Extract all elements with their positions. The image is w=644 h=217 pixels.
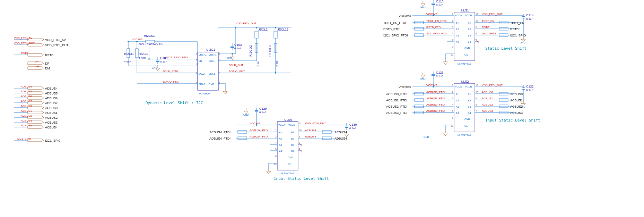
uls1-ref: ULS1 [461, 9, 469, 12]
part: NLSV4T244 [458, 63, 471, 65]
svg-point-25 [256, 27, 257, 28]
pn: 3 [452, 97, 453, 100]
p: VCCA [455, 85, 462, 88]
l: ADBUS4 [45, 87, 58, 90]
svg-point-92 [433, 15, 434, 16]
ri2ci2-ref: RI2CI2 [139, 52, 148, 56]
svg-text:GND: GND [227, 57, 233, 59]
pn: 8 [476, 32, 477, 35]
c129-ref: C129 [259, 107, 267, 110]
n: RSTB_FTDI [426, 26, 442, 29]
svg-rect-27 [255, 31, 258, 38]
n: ACBUS4 [21, 124, 32, 127]
p: VREF1 [209, 53, 217, 56]
pn: 3 [275, 135, 277, 138]
p: VCCB [465, 14, 472, 17]
svg-text:GND: GND [152, 67, 157, 69]
n: VDD_FTDI_DUT [482, 84, 503, 87]
l: ACBUS4_FTDI [209, 131, 230, 134]
svg-text:GND: GND [420, 6, 426, 9]
svg-text:1: 1 [219, 53, 220, 55]
l: ACBUS1 [45, 111, 58, 115]
p: B1 [468, 22, 471, 24]
net-dm: DM [35, 65, 39, 68]
l: TEST_EN [510, 21, 524, 25]
n: ACBUS0_FTDI [426, 91, 445, 94]
n: TEST_EN_FTDI [426, 19, 446, 23]
n: ACBUS0 [482, 91, 493, 94]
p: A1 [456, 22, 459, 24]
l: ACBUS4 [334, 131, 347, 134]
pn: 2 [452, 91, 453, 93]
p: VCCA [278, 124, 285, 126]
svg-rect-28 [274, 31, 277, 38]
svg-rect-36 [136, 49, 138, 58]
pn: 6 [452, 45, 453, 48]
svg-point-26 [275, 27, 276, 28]
n: ACBUS1 [482, 97, 493, 100]
n: ADBUS4_FTDI [250, 135, 268, 138]
p: B4 [468, 41, 471, 43]
net-vdddut: VDD_FTDI_DUT [14, 42, 35, 45]
pn: 5 [275, 148, 277, 150]
p: VCCB [465, 85, 472, 88]
l: ACBUS0 [510, 92, 523, 96]
pn: 3 [452, 26, 453, 28]
pn: 11 [476, 84, 478, 86]
pn: 6 [275, 155, 277, 157]
l: ACBUS0 [45, 106, 58, 110]
n: ACBUS2_FTDI [426, 103, 445, 106]
l: I2C1_SPIO_FTDI [383, 34, 408, 37]
cap: Static Level Shift [485, 46, 526, 51]
p: A1 [456, 93, 459, 95]
n: SCLK_OUT [229, 64, 243, 67]
c121-ref: C121 [436, 71, 444, 74]
l: VCC3V3 [399, 14, 411, 18]
p: A4 [456, 41, 459, 43]
p: B1 [291, 131, 294, 134]
p: A2 [456, 99, 459, 102]
ri2cs1-ref: RI2CS1 [144, 34, 155, 37]
p: B3 [468, 34, 471, 37]
n: ACBUS1_FTDI [426, 97, 445, 100]
n: SCLK_FTDI [163, 70, 178, 73]
svg-point-68 [275, 72, 276, 74]
uls6-block: GND C1290.1uF VCC3V3 ULS6 VCCAVCCB 111 V… [209, 107, 357, 181]
partname: PCA9306 [199, 92, 210, 95]
c110-ref: C110 [436, 0, 444, 3]
p: OE [288, 163, 291, 165]
n: I2C1_SPIO_FTDI [426, 32, 447, 35]
l: I2C1_SPI0 [45, 139, 60, 142]
pn: 4 [452, 32, 453, 35]
part: NLSV4T244 [458, 134, 471, 136]
uls6-ref: ULS6 [284, 118, 292, 122]
pn: 9 [476, 26, 477, 28]
jscl12: JSCL12 [277, 28, 288, 31]
p: SDA2 [199, 83, 205, 85]
c110-val: 0.1uF [436, 3, 443, 7]
pn: 6 [452, 117, 453, 119]
c129-val: 0.1uF [259, 111, 267, 114]
svg-text:6: 6 [196, 72, 197, 74]
l: ACBUS1_FTDI [386, 99, 407, 102]
l: ACBUS3 [45, 121, 58, 124]
p: VREF2 [199, 53, 207, 56]
pn: 11 [476, 13, 478, 15]
svg-text:12: 12 [196, 63, 199, 66]
l: ACBUS4 [45, 126, 58, 129]
svg-text:4: 4 [219, 72, 220, 74]
pn: 9 [299, 135, 300, 138]
l: ADBUS4 [334, 137, 347, 140]
p: A4 [456, 112, 459, 114]
p: B2 [291, 137, 294, 140]
pn: 2 [275, 129, 277, 132]
n: ADBUS4 [21, 85, 32, 88]
pn: 10 [476, 20, 478, 22]
n: SDAIO_OUT [229, 70, 245, 73]
l: RSTB [510, 27, 519, 31]
p: B2 [468, 99, 471, 102]
svg-point-38 [128, 41, 129, 42]
jscl2: JSCL2 [258, 28, 268, 31]
n: ACBUS2 [482, 103, 493, 106]
uls2-block: GND C1210.1uF VCC3V3 VCC3V3 ULS2 VCCAVCC… [386, 71, 540, 138]
